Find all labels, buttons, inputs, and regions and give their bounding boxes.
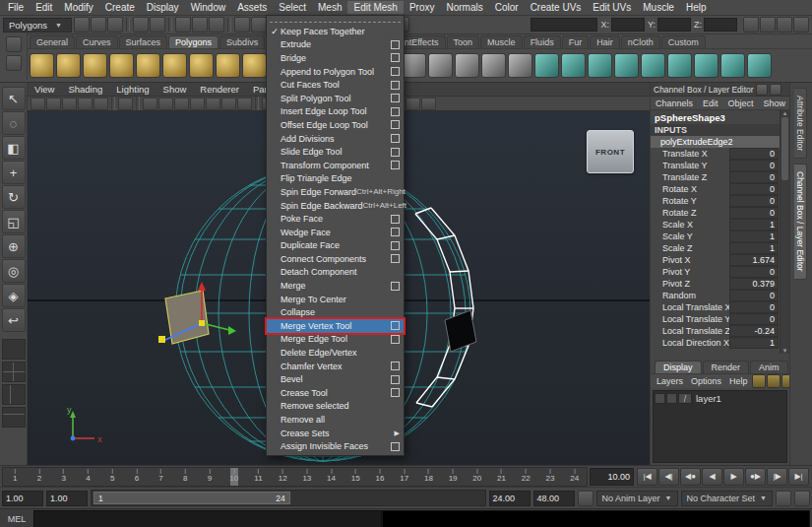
menu-item-append-to-polygon-tool[interactable]: Append to Polygon Tool: [267, 65, 404, 79]
outliner-toggle-icon[interactable]: [793, 17, 809, 33]
menu-item-bridge[interactable]: Bridge: [267, 51, 404, 65]
play-backwards-button[interactable]: ◀: [702, 468, 722, 486]
option-box-icon[interactable]: [391, 148, 400, 157]
planar-mapping-icon[interactable]: [534, 53, 559, 78]
select-by-hierarchy-icon[interactable]: [175, 17, 191, 33]
coord-input-y[interactable]: [657, 18, 691, 32]
layer-menu-layers[interactable]: Layers: [653, 376, 687, 386]
poly-sphere-icon[interactable]: [30, 53, 54, 78]
go-to-start-button[interactable]: |◀: [637, 468, 657, 486]
menu-item-merge-vertex-tool[interactable]: Merge Vertex Tool: [267, 319, 404, 333]
scroll-down-icon[interactable]: ▼: [782, 348, 788, 354]
step-back-key-button[interactable]: ◀●: [680, 468, 701, 486]
layer-tab-anim[interactable]: Anim: [750, 361, 788, 373]
menu-item-crease-tool[interactable]: Crease Tool: [267, 386, 404, 400]
undo-icon[interactable]: [133, 17, 149, 33]
poly-pyramid-icon[interactable]: [216, 53, 240, 78]
resolution-gate-icon[interactable]: [174, 98, 189, 110]
view-cube[interactable]: FRONT: [587, 130, 634, 173]
sidebar-tab-attribute-editor[interactable]: Attribute Editor: [794, 88, 807, 159]
channel-value-field[interactable]: 0: [729, 313, 779, 325]
menu-item-split-polygon-tool[interactable]: Split Polygon Tool: [267, 92, 404, 105]
cylindrical-mapping-icon[interactable]: [561, 53, 586, 78]
menu-item-collapse[interactable]: Collapse: [267, 305, 404, 319]
option-box-icon[interactable]: [391, 161, 400, 169]
smooth-icon[interactable]: [428, 53, 453, 78]
shelf-tab-subdivs[interactable]: Subdivs: [219, 35, 265, 48]
last-tool-used-icon[interactable]: ↩: [2, 308, 26, 332]
sidebar-tab-channel-box-layer-editor[interactable]: Channel Box / Layer Editor: [794, 164, 807, 280]
new-empty-layer-icon[interactable]: [752, 374, 766, 388]
character-set-dropdown[interactable]: No Character Set ▼: [681, 491, 773, 506]
channel-value-field[interactable]: 1.674: [729, 254, 779, 266]
xray-icon[interactable]: [421, 98, 436, 110]
selection-mode-dropdown[interactable]: Polygons ▼: [3, 18, 72, 33]
menu-mesh[interactable]: Mesh: [312, 1, 347, 14]
menu-item-insert-edge-loop-tool[interactable]: Insert Edge Loop Tool: [267, 105, 404, 119]
channel-box-menu-edit[interactable]: Edit: [698, 99, 723, 108]
option-box-icon[interactable]: [391, 107, 400, 116]
coord-input-z[interactable]: [704, 18, 737, 32]
playback-start-field[interactable]: 1.00: [46, 491, 88, 506]
image-plane-icon[interactable]: [94, 98, 108, 110]
playback-end-field[interactable]: 24.00: [489, 491, 531, 506]
viewport-menu-renderer[interactable]: Renderer: [193, 84, 246, 95]
camera-attributes-icon[interactable]: [62, 98, 77, 110]
menu-item-merge-edge-tool[interactable]: Merge Edge Tool: [267, 333, 404, 347]
menu-item-keep-faces-together[interactable]: ✓Keep Faces Together: [267, 25, 404, 38]
menu-item-remove-all[interactable]: Remove all: [267, 413, 404, 427]
channel-name[interactable]: Rotate Y: [662, 196, 729, 206]
channel-box-menu-channels[interactable]: Channels: [651, 99, 698, 108]
shelf-tab-ncloth[interactable]: nCloth: [621, 35, 660, 48]
shelf-menu-icon[interactable]: [6, 36, 22, 52]
channel-value-field[interactable]: 1: [729, 231, 779, 242]
persp-outliner-layout-button[interactable]: [2, 384, 26, 405]
quadrangulate-icon[interactable]: [481, 53, 506, 78]
viewport-menu-shading[interactable]: Shading: [61, 84, 109, 95]
menu-help[interactable]: Help: [680, 1, 713, 14]
scale-tool-icon[interactable]: ◱: [2, 210, 26, 233]
poly-cube-icon[interactable]: [56, 53, 81, 78]
shelf-tab-toon[interactable]: Toon: [447, 35, 480, 48]
menu-edit-mesh[interactable]: Edit Mesh: [347, 1, 403, 14]
option-box-icon[interactable]: [391, 442, 400, 451]
shape-node-name[interactable]: pSphereShape3: [651, 110, 781, 124]
poly-cylinder-icon[interactable]: [83, 53, 107, 78]
menu-assets[interactable]: Assets: [231, 1, 273, 14]
channel-name[interactable]: Local Direction X: [662, 338, 729, 348]
save-scene-icon[interactable]: [107, 17, 123, 33]
menu-item-crease-sets[interactable]: Crease Sets▶: [267, 427, 404, 440]
animation-end-field[interactable]: 48.00: [533, 491, 575, 506]
poly-prism-icon[interactable]: [189, 53, 214, 78]
animation-preferences-icon[interactable]: [794, 491, 810, 506]
current-time-field[interactable]: 10.00: [590, 468, 634, 486]
spherical-mapping-icon[interactable]: [588, 53, 612, 78]
menu-item-flip-triangle-edge[interactable]: Flip Triangle Edge: [267, 172, 404, 186]
layer-playback-toggle[interactable]: [666, 393, 677, 404]
channel-value-field[interactable]: 0: [729, 266, 779, 278]
menu-file[interactable]: File: [2, 1, 30, 14]
select-tool-icon[interactable]: ↖: [2, 87, 26, 110]
paint-select-tool-icon[interactable]: ◧: [2, 136, 26, 160]
attribute-editor-toggle-icon[interactable]: [743, 17, 759, 33]
shelf-tab-general[interactable]: General: [30, 35, 75, 48]
menu-item-poke-face[interactable]: Poke Face: [267, 212, 404, 226]
menu-edit-uvs[interactable]: Edit UVs: [587, 1, 637, 14]
layer-menu-options[interactable]: Options: [687, 376, 725, 386]
command-line-mode-toggle[interactable]: MEL: [0, 514, 33, 524]
menu-item-delete-edge-vertex[interactable]: Delete Edge/Vertex: [267, 346, 404, 360]
lasso-select-tool-icon[interactable]: ◌: [2, 111, 26, 135]
channel-name[interactable]: Random: [662, 291, 729, 300]
step-forward-frame-button[interactable]: |▶: [767, 468, 787, 486]
channel-name[interactable]: Rotate Z: [662, 208, 729, 218]
channel-name[interactable]: Local Translate X: [662, 302, 729, 312]
automatic-mapping-icon[interactable]: [614, 53, 639, 78]
field-chart-icon[interactable]: [206, 98, 220, 110]
channel-name[interactable]: Local Translate Y: [662, 314, 729, 324]
option-box-icon[interactable]: [391, 321, 400, 330]
shelf-tab-custom[interactable]: Custom: [661, 35, 706, 48]
anim-layer-filter-icon[interactable]: [578, 491, 593, 506]
step-forward-key-button[interactable]: ●▶: [745, 468, 766, 486]
channel-name[interactable]: Pivot Z: [662, 279, 729, 289]
menu-item-cut-faces-tool[interactable]: Cut Faces Tool: [267, 78, 404, 92]
